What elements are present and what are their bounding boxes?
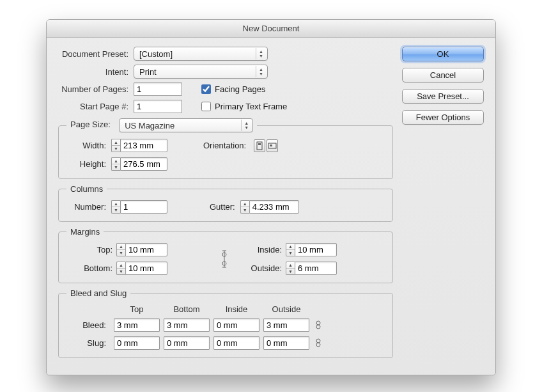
fewer-options-button[interactable]: Fewer Options [402, 110, 484, 125]
margin-top-input[interactable] [125, 243, 167, 256]
svg-point-6 [316, 321, 320, 325]
orientation-portrait-button[interactable] [254, 139, 265, 152]
chain-icon [314, 320, 323, 330]
margin-bottom-input[interactable] [125, 262, 167, 275]
gutter-input[interactable] [249, 200, 299, 214]
orientation-landscape-button[interactable] [267, 139, 278, 152]
dialog-body: Document Preset: [Custom] ▲▼ Intent: Pri… [47, 38, 495, 375]
width-input[interactable] [120, 139, 167, 152]
intent-value: Print [139, 67, 157, 77]
width-field[interactable]: ▲▼ [111, 139, 167, 152]
stepper-icon[interactable]: ▲▼ [116, 262, 125, 275]
width-label: Width: [66, 141, 106, 150]
gutter-label: Gutter: [210, 202, 235, 212]
facing-pages-checkbox[interactable]: Facing Pages [201, 84, 266, 94]
margin-outside-input[interactable] [295, 262, 337, 275]
svg-point-8 [316, 339, 320, 343]
slug-bottom-input[interactable] [164, 336, 210, 350]
number-of-pages-label: Number of Pages: [58, 84, 134, 94]
start-page-label: Start Page #: [58, 102, 134, 111]
link-margins-icon[interactable] [219, 252, 229, 266]
start-page-input[interactable] [134, 100, 182, 113]
svg-point-7 [316, 325, 320, 329]
page-size-legend: Page Size: US Magazine ▲▼ [66, 118, 257, 132]
link-bleed-icon[interactable] [313, 318, 323, 332]
chain-icon [220, 248, 229, 270]
bs-header-bottom: Bottom [164, 304, 210, 314]
columns-legend: Columns [66, 184, 107, 194]
bleed-top-input[interactable] [114, 318, 160, 332]
bs-header-top: Top [114, 304, 160, 314]
document-preset-label: Document Preset: [58, 49, 134, 59]
link-slug-icon[interactable] [313, 336, 323, 350]
margin-bottom-field[interactable]: ▲▼ [116, 262, 215, 275]
bleed-label: Bleed: [66, 320, 110, 330]
bs-header-outside: Outside [263, 304, 309, 314]
stepper-icon[interactable]: ▲▼ [116, 243, 125, 256]
document-preset-value: [Custom] [139, 49, 173, 59]
primary-text-frame-checkbox[interactable]: Primary Text Frame [201, 102, 287, 111]
stepper-icon[interactable]: ▲▼ [286, 262, 295, 275]
columns-number-input[interactable] [120, 200, 167, 214]
stepper-icon[interactable]: ▲▼ [111, 200, 120, 214]
intent-label: Intent: [58, 67, 134, 77]
facing-pages-box[interactable] [201, 84, 211, 94]
facing-pages-label: Facing Pages [215, 84, 266, 94]
bleed-bottom-input[interactable] [164, 318, 210, 332]
svg-rect-3 [270, 145, 272, 146]
select-arrows-icon: ▲▼ [241, 120, 251, 131]
orientation-label: Orientation: [203, 141, 246, 150]
intent-select[interactable]: Print ▲▼ [134, 65, 268, 79]
margin-inside-label: Inside: [237, 245, 282, 255]
height-input[interactable] [120, 157, 167, 171]
number-of-pages-input[interactable] [134, 82, 182, 96]
margin-top-field[interactable]: ▲▼ [116, 243, 215, 256]
select-arrows-icon: ▲▼ [256, 66, 266, 77]
margin-outside-field[interactable]: ▲▼ [286, 262, 385, 275]
slug-inside-input[interactable] [213, 336, 259, 350]
cancel-button[interactable]: Cancel [402, 68, 484, 82]
margin-bottom-label: Bottom: [66, 263, 112, 273]
primary-text-frame-box[interactable] [201, 102, 211, 111]
primary-text-frame-label: Primary Text Frame [215, 102, 287, 111]
page-size-legend-text: Page Size: [70, 120, 111, 129]
chain-icon [314, 338, 323, 348]
margin-inside-input[interactable] [295, 243, 337, 256]
svg-rect-0 [257, 142, 262, 150]
margin-outside-label: Outside: [237, 263, 282, 273]
gutter-field[interactable]: ▲▼ [240, 200, 299, 214]
bleed-inside-input[interactable] [213, 318, 259, 332]
page-size-value: US Magazine [125, 121, 174, 130]
stepper-icon[interactable]: ▲▼ [240, 200, 249, 214]
slug-top-input[interactable] [114, 336, 160, 350]
margin-top-label: Top: [66, 245, 112, 255]
bs-header-inside: Inside [213, 304, 259, 314]
document-preset-select[interactable]: [Custom] ▲▼ [134, 47, 268, 61]
margin-inside-field[interactable]: ▲▼ [286, 243, 385, 256]
page-size-fieldset: Page Size: US Magazine ▲▼ Width: ▲▼ Orie… [58, 118, 393, 179]
slug-outside-input[interactable] [263, 336, 309, 350]
left-column: Document Preset: [Custom] ▲▼ Intent: Pri… [58, 47, 393, 363]
columns-fieldset: Columns Number: ▲▼ Gutter: ▲▼ [58, 184, 393, 222]
columns-number-label: Number: [66, 202, 106, 212]
new-document-dialog: New Document Document Preset: [Custom] ▲… [46, 19, 496, 375]
bleed-outside-input[interactable] [263, 318, 309, 332]
svg-point-9 [316, 343, 320, 347]
select-arrows-icon: ▲▼ [256, 48, 266, 59]
stepper-icon[interactable]: ▲▼ [111, 139, 120, 152]
svg-rect-1 [258, 143, 261, 145]
margins-legend: Margins [66, 227, 104, 237]
stepper-icon[interactable]: ▲▼ [286, 243, 295, 256]
stepper-icon[interactable]: ▲▼ [111, 157, 120, 171]
bleed-slug-fieldset: Bleed and Slug Top Bottom Inside Outside… [58, 288, 393, 358]
bleed-slug-legend: Bleed and Slug [66, 288, 130, 298]
ok-button[interactable]: OK [402, 47, 484, 61]
save-preset-button[interactable]: Save Preset... [402, 89, 484, 104]
height-label: Height: [66, 159, 106, 169]
height-field[interactable]: ▲▼ [111, 157, 167, 171]
right-column: OK Cancel Save Preset... Fewer Options [402, 47, 484, 363]
columns-number-field[interactable]: ▲▼ [111, 200, 167, 214]
margins-fieldset: Margins Top: ▲▼ Inside: [58, 227, 393, 283]
page-size-select[interactable]: US Magazine ▲▼ [119, 118, 253, 132]
dialog-title: New Document [47, 20, 495, 38]
